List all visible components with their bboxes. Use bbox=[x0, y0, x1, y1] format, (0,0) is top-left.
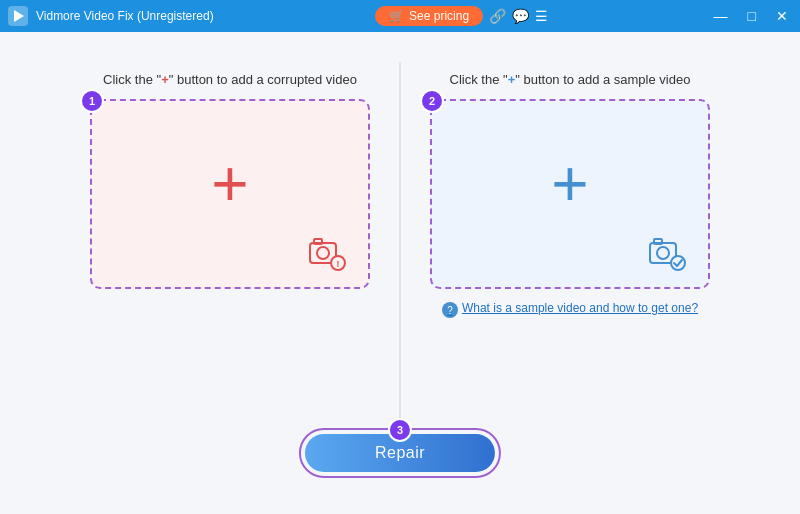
svg-point-3 bbox=[317, 247, 329, 259]
svg-text:!: ! bbox=[337, 259, 340, 269]
step-badge-1: 1 bbox=[80, 89, 104, 113]
left-plus-char: + bbox=[161, 72, 169, 87]
sample-video-help-link[interactable]: ? What is a sample video and how to get … bbox=[442, 301, 698, 318]
main-content: Click the "+" button to add a corrupted … bbox=[0, 32, 800, 514]
right-plus-char: + bbox=[508, 72, 516, 87]
right-instruction: Click the "+" button to add a sample vid… bbox=[450, 72, 691, 87]
minimize-button[interactable]: — bbox=[710, 6, 732, 26]
help-text: What is a sample video and how to get on… bbox=[462, 301, 698, 315]
cart-icon: 🛒 bbox=[389, 9, 404, 23]
add-sample-icon: + bbox=[551, 152, 588, 216]
repair-wrapper: 3 Repair bbox=[299, 428, 501, 478]
left-instruction: Click the "+" button to add a corrupted … bbox=[103, 72, 357, 87]
title-bar-left: Vidmore Video Fix (Unregistered) bbox=[8, 6, 214, 26]
divider bbox=[400, 62, 401, 434]
maximize-button[interactable]: □ bbox=[744, 6, 760, 26]
step-badge-3: 3 bbox=[388, 418, 412, 442]
title-bar-right: — □ ✕ bbox=[710, 6, 792, 26]
chat-icon[interactable]: 💬 bbox=[512, 8, 529, 24]
step-badge-2: 2 bbox=[420, 89, 444, 113]
repair-area: 3 Repair bbox=[299, 428, 501, 478]
menu-icon[interactable]: ☰ bbox=[535, 8, 548, 24]
see-pricing-button[interactable]: 🛒 See pricing bbox=[375, 6, 483, 26]
add-corrupted-icon: + bbox=[211, 152, 248, 216]
right-panel: Click the "+" button to add a sample vid… bbox=[400, 72, 740, 318]
svg-rect-4 bbox=[314, 239, 322, 244]
link-icon[interactable]: 🔗 bbox=[489, 8, 506, 24]
app-logo-icon bbox=[8, 6, 28, 26]
help-icon: ? bbox=[442, 302, 458, 318]
corrupted-camera-icon: ! bbox=[302, 235, 346, 271]
corrupted-video-dropzone[interactable]: 1 + ! bbox=[90, 99, 370, 289]
title-bar-center: 🛒 See pricing 🔗 💬 ☰ bbox=[375, 6, 548, 26]
svg-rect-9 bbox=[654, 239, 662, 244]
title-bar: Vidmore Video Fix (Unregistered) 🛒 See p… bbox=[0, 0, 800, 32]
sample-video-dropzone[interactable]: 2 + bbox=[430, 99, 710, 289]
svg-point-8 bbox=[657, 247, 669, 259]
see-pricing-label: See pricing bbox=[409, 9, 469, 23]
sample-camera-icon bbox=[642, 235, 686, 271]
close-button[interactable]: ✕ bbox=[772, 6, 792, 26]
left-panel: Click the "+" button to add a corrupted … bbox=[60, 72, 400, 289]
app-title: Vidmore Video Fix (Unregistered) bbox=[36, 9, 214, 23]
